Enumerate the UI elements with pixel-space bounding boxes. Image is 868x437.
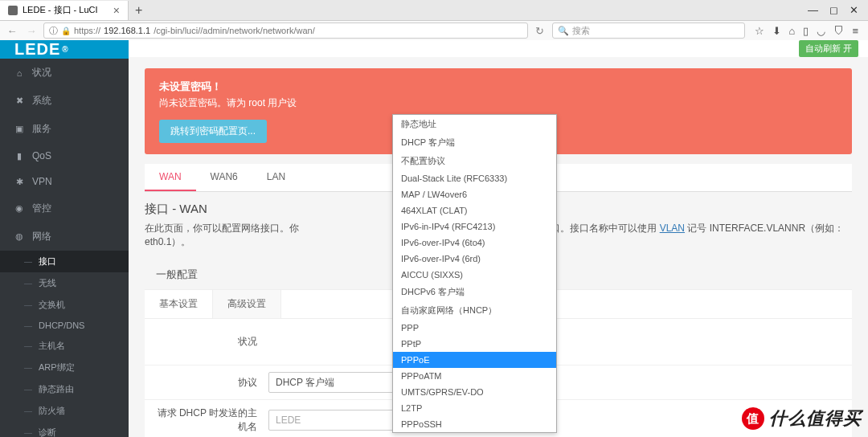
brand-logo[interactable]: LEDE®: [0, 40, 129, 59]
toolbar-icons: ☆ ⬇ ⌂ ▯ ◡ ⛉ ≡: [750, 25, 863, 37]
topbar: 自动刷新 开: [129, 40, 868, 57]
option-dhcp[interactable]: DHCP 客户端: [393, 133, 556, 152]
browser-tab[interactable]: LEDE - 接口 - LuCI ×: [0, 1, 129, 20]
option-umts[interactable]: UMTS/GPRS/EV-DO: [393, 384, 556, 400]
app-container: LEDE® ⌂状况 ✖系统 ▣服务 ▮QoS ✱VPN ◉管控 ◍网络 接口 无…: [0, 40, 868, 437]
subtab-advanced[interactable]: 高级设置: [213, 290, 281, 318]
minimize-icon[interactable]: —: [808, 4, 818, 16]
option-hncp[interactable]: 自动家庭网络（HNCP）: [393, 301, 556, 320]
globe-icon: ◍: [14, 231, 24, 242]
reload-icon[interactable]: ↻: [533, 25, 547, 37]
sidebar-item-network[interactable]: ◍网络: [0, 223, 129, 251]
shield-icon[interactable]: ⛉: [833, 25, 844, 37]
home-icon[interactable]: ⌂: [789, 25, 796, 37]
url-input[interactable]: ⓘ 🔒 https://192.168.1.1/cgi-bin/luci//ad…: [43, 22, 528, 39]
vlan-link[interactable]: VLAN: [660, 223, 685, 234]
window-controls: — ◻ ✕: [798, 4, 868, 16]
label-hostname: 请求 DHCP 时发送的主机名: [156, 406, 268, 434]
library-icon[interactable]: ▯: [803, 25, 809, 37]
close-window-icon[interactable]: ✕: [850, 4, 858, 16]
option-pppoe[interactable]: PPPoE: [393, 352, 556, 368]
option-464xlat[interactable]: 464XLAT (CLAT): [393, 202, 556, 218]
option-unmanaged[interactable]: 不配置协议: [393, 152, 556, 170]
subtab-basic[interactable]: 基本设置: [145, 290, 213, 318]
star-icon[interactable]: ☆: [755, 25, 764, 37]
tab-bar: LEDE - 接口 - LuCI × + — ◻ ✕: [0, 0, 868, 21]
lock-icon: 🔒: [61, 27, 71, 35]
forward-icon[interactable]: →: [24, 25, 39, 37]
tab-favicon: [8, 6, 18, 15]
sidebar-sub-wireless[interactable]: 无线: [0, 272, 129, 294]
sidebar-item-system[interactable]: ✖系统: [0, 87, 129, 115]
bars-icon: ▮: [14, 151, 24, 161]
alert-message: 尚未设置密码。请为 root 用户设: [159, 96, 837, 110]
label-status: 状况: [156, 335, 268, 349]
download-icon[interactable]: ⬇: [772, 25, 781, 37]
sidebar-sub-switch[interactable]: 交换机: [0, 294, 129, 316]
option-map[interactable]: MAP / LW4over6: [393, 186, 556, 202]
browser-chrome: LEDE - 接口 - LuCI × + — ◻ ✕ ← → ⓘ 🔒 https…: [0, 0, 868, 40]
protocol-dropdown: 静态地址 DHCP 客户端 不配置协议 Dual-Stack Lite (RFC…: [392, 114, 557, 433]
back-icon[interactable]: ←: [5, 25, 19, 37]
sidebar-item-vpn[interactable]: ✱VPN: [0, 169, 129, 194]
link-icon: ✱: [14, 177, 24, 187]
option-6rd[interactable]: IPv6-over-IPv4 (6rd): [393, 251, 556, 267]
option-dslite[interactable]: Dual-Stack Lite (RFC6333): [393, 170, 556, 186]
sidebar-sub-diagnostics[interactable]: 诊断: [0, 422, 129, 437]
sidebar-sub-interfaces[interactable]: 接口: [0, 251, 129, 272]
search-input[interactable]: 🔍 搜索: [552, 22, 745, 39]
option-static[interactable]: 静态地址: [393, 115, 556, 133]
option-6to4[interactable]: IPv6-over-IPv4 (6to4): [393, 235, 556, 251]
auto-refresh-toggle[interactable]: 自动刷新 开: [799, 40, 858, 57]
sidebar-item-services[interactable]: ▣服务: [0, 115, 129, 143]
info-icon: ⓘ: [49, 25, 58, 37]
option-pppossh[interactable]: PPPoSSH: [393, 416, 556, 432]
watermark-badge-icon: 值: [742, 407, 764, 430]
sidebar-sub-arp-bind[interactable]: ARP绑定: [0, 357, 129, 378]
option-aiccu[interactable]: AICCU (SIXXS): [393, 267, 556, 283]
menu-icon[interactable]: ≡: [852, 25, 858, 37]
label-protocol: 协议: [156, 376, 268, 390]
address-bar: ← → ⓘ 🔒 https://192.168.1.1/cgi-bin/luci…: [0, 21, 868, 40]
sidebar-sub-hostnames[interactable]: 主机名: [0, 335, 129, 357]
alert-title: 未设置密码！: [159, 80, 837, 94]
tools-icon: ✖: [14, 96, 24, 106]
tab-wan6[interactable]: WAN6: [196, 164, 252, 191]
search-icon: 🔍: [558, 26, 569, 36]
sidebar-sub-static-routes[interactable]: 静态路由: [0, 378, 129, 400]
option-dhcpv6[interactable]: DHCPv6 客户端: [393, 283, 556, 301]
sidebar-item-qos[interactable]: ▮QoS: [0, 143, 129, 169]
cube-icon: ▣: [14, 124, 24, 134]
tab-title: LEDE - 接口 - LuCI: [23, 4, 98, 16]
main-content: 自动刷新 开 未设置密码！ 尚未设置密码。请为 root 用户设 跳转到密码配置…: [129, 40, 868, 437]
sidebar: LEDE® ⌂状况 ✖系统 ▣服务 ▮QoS ✱VPN ◉管控 ◍网络 接口 无…: [0, 40, 129, 437]
tab-close-icon[interactable]: ×: [113, 4, 120, 17]
option-l2tp[interactable]: L2TP: [393, 400, 556, 416]
option-6in4[interactable]: IPv6-in-IPv4 (RFC4213): [393, 218, 556, 235]
dashboard-icon: ⌂: [14, 68, 24, 78]
tab-wan[interactable]: WAN: [145, 164, 196, 191]
sidebar-sub-dhcp-dns[interactable]: DHCP/DNS: [0, 316, 129, 335]
eye-icon: ◉: [14, 203, 24, 214]
option-pptp[interactable]: PPtP: [393, 336, 556, 352]
watermark: 值 什么值得买: [742, 406, 862, 431]
maximize-icon[interactable]: ◻: [829, 4, 838, 16]
tab-lan[interactable]: LAN: [252, 164, 300, 191]
goto-password-button[interactable]: 跳转到密码配置页...: [159, 120, 267, 143]
option-pppoatm[interactable]: PPPoATM: [393, 368, 556, 384]
option-ppp[interactable]: PPP: [393, 320, 556, 336]
sidebar-sub-firewall[interactable]: 防火墙: [0, 400, 129, 422]
sidebar-item-status[interactable]: ⌂状况: [0, 59, 129, 87]
pocket-icon[interactable]: ◡: [817, 25, 825, 37]
sidebar-item-control[interactable]: ◉管控: [0, 194, 129, 223]
new-tab-button[interactable]: +: [129, 3, 149, 18]
